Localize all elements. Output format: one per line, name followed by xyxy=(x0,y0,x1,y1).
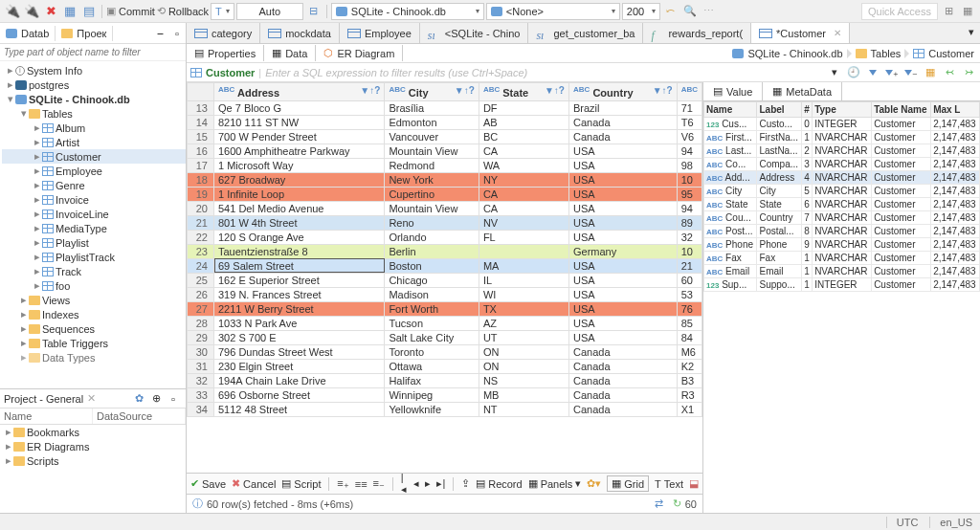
crumb-table[interactable]: Customer xyxy=(928,48,974,59)
tab-mockdata[interactable]: mockdata xyxy=(260,23,340,43)
disconnect-icon[interactable]: ✖ xyxy=(42,3,59,20)
meta-row[interactable]: ABC CityCity5NVARCHARCustomer2,147,483 xyxy=(704,185,980,198)
meta-tab-value[interactable]: ▤Value xyxy=(703,82,763,100)
sql-editor-icon[interactable]: ▦ xyxy=(61,3,78,20)
record-mode-button[interactable]: ▤ Record xyxy=(476,477,522,490)
col-country[interactable]: ABC Country▼↑? xyxy=(568,83,677,101)
tree-item-table[interactable]: ▸foo xyxy=(2,278,186,293)
crumb-tables[interactable]: Tables xyxy=(871,48,902,59)
tree-item-table[interactable]: ▸Track xyxy=(2,264,186,278)
project-item[interactable]: ▸Scripts xyxy=(0,453,186,468)
meta-row[interactable]: ABC Co...Compa...3NVARCHARCustomer2,147,… xyxy=(704,158,980,171)
table-row[interactable]: 29302 S 700 ESalt Lake CityUTUSA84 xyxy=(188,330,702,344)
more-icon[interactable]: ⋯ xyxy=(701,3,718,20)
meta-row[interactable]: 123 Cus...Custo...0INTEGERCustomer2,147,… xyxy=(704,118,980,131)
commit-button[interactable]: ▣Commit xyxy=(106,5,155,17)
grid-view-button[interactable]: ▦ Grid xyxy=(607,475,649,492)
table-row[interactable]: 21801 W 4th StreetRenoNVUSA89 xyxy=(188,215,702,230)
project-item[interactable]: ▸Bookmarks xyxy=(0,425,186,439)
data-grid[interactable]: ABC Address▼↑? ABC City▼↑? ABC State▼↑? … xyxy=(187,82,702,417)
col-city[interactable]: ABC City▼↑? xyxy=(385,83,479,101)
script-button[interactable]: ▤Script xyxy=(281,477,321,490)
meta-col-max[interactable]: Max L xyxy=(931,102,980,118)
tree-item-table[interactable]: ▸PlaylistTrack xyxy=(2,250,186,264)
tab-employee[interactable]: Employee xyxy=(340,23,420,43)
panels-button[interactable]: ▦ Panels ▾ xyxy=(528,477,582,490)
table-row[interactable]: 18627 BroadwayNew YorkNYUSA10 xyxy=(188,172,702,187)
filter-column-icon[interactable]: ▦ xyxy=(923,65,938,80)
filter-history-icon[interactable]: 🕘 xyxy=(846,65,861,80)
text-view-button[interactable]: T Text xyxy=(655,478,683,490)
tab-rewards-report[interactable]: frewards_report( xyxy=(643,23,751,43)
sql-filter-input[interactable]: Enter a SQL expression to filter results… xyxy=(265,67,823,78)
meta-row[interactable]: ABC First...FirstNa...1NVARCHARCustomer2… xyxy=(704,131,980,144)
collapse-icon[interactable]: ▫ xyxy=(165,390,182,408)
gear-icon[interactable]: ✿▾ xyxy=(587,477,601,490)
gear-icon[interactable]: ✿ xyxy=(130,390,147,408)
save-button[interactable]: ✔Save xyxy=(190,477,226,490)
project-item[interactable]: ▸ER Diagrams xyxy=(0,439,186,453)
tree-item-sequences[interactable]: ▸Sequences xyxy=(2,321,186,336)
table-row[interactable]: 26319 N. Frances StreetMadisonWIUSA53 xyxy=(188,287,702,301)
nav-fwd-icon[interactable]: ↣ xyxy=(961,65,976,80)
tree-item-postgres[interactable]: ▸postgres xyxy=(2,77,186,92)
project-col-datasource[interactable]: DataSource xyxy=(93,409,186,424)
navigator-filter-input[interactable] xyxy=(0,44,186,61)
tree-item-views[interactable]: ▸Views xyxy=(2,293,186,307)
subtab-data[interactable]: ▦Data xyxy=(264,45,316,61)
tabs-overflow-icon[interactable]: ▾ xyxy=(963,23,980,40)
next-page-icon[interactable]: ▸ xyxy=(425,477,431,490)
rollback-button[interactable]: ⟲Rollback xyxy=(157,5,209,17)
tree-item-table[interactable]: ▸Playlist xyxy=(2,235,186,250)
table-row[interactable]: 161600 Amphitheatre ParkwayMountain View… xyxy=(188,144,702,158)
table-row[interactable]: 30796 Dundas Street WestTorontoONCanadaM… xyxy=(188,344,702,359)
tab-sqlite-chino[interactable]: sı<SQLite - Chino xyxy=(420,23,529,43)
view-menu-icon[interactable]: ▫ xyxy=(168,25,186,42)
meta-row[interactable]: ABC Add...Address4NVARCHARCustomer2,147,… xyxy=(704,171,980,185)
meta-row[interactable]: ABC Post...Postal...8NVARCHARCustomer2,1… xyxy=(704,225,980,238)
meta-col-type[interactable]: Type xyxy=(813,102,872,118)
tree-item-table[interactable]: ▸Artist xyxy=(2,135,186,149)
meta-row[interactable]: 123 Sup...Suppo...1INTEGERCustomer2,147,… xyxy=(704,278,980,292)
tree-item-table-triggers[interactable]: ▸Table Triggers xyxy=(2,336,186,350)
first-page-icon[interactable]: |◂ xyxy=(401,472,409,496)
tree-item-indexes[interactable]: ▸Indexes xyxy=(2,307,186,321)
tab-customer[interactable]: *Customer✕ xyxy=(751,23,850,43)
table-row[interactable]: 31230 Elgin StreetOttawaONCanadaK2 xyxy=(188,359,702,373)
tx-mode-dropdown[interactable]: T▾ xyxy=(211,3,234,20)
tab-category[interactable]: category xyxy=(187,23,260,43)
del-row-icon[interactable]: ≡₋ xyxy=(373,477,385,490)
filter-apply-icon[interactable]: ▾ xyxy=(827,65,842,80)
rowlimit-field[interactable]: 200▾ xyxy=(622,3,660,20)
table-row[interactable]: 13Qe 7 Bloco GBrasíliaDFBrazil71 xyxy=(188,100,702,115)
table-row[interactable]: 2469 Salem StreetBostonMAUSA21 xyxy=(188,258,702,273)
tree-item-table[interactable]: ▸Employee xyxy=(2,164,186,178)
table-row[interactable]: 281033 N Park AveTucsonAZUSA85 xyxy=(188,316,702,330)
tree-item-table[interactable]: ▸MediaType xyxy=(2,221,186,235)
meta-col-label[interactable]: Label xyxy=(757,102,802,118)
tree-item-chinook[interactable]: ▾SQLite - Chinook.db xyxy=(2,92,186,106)
table-row[interactable]: 15700 W Pender StreetVancouverBCCanadaV6 xyxy=(188,129,702,144)
table-row[interactable]: 22120 S Orange AveOrlandoFLUSA32 xyxy=(188,230,702,244)
meta-tab-metadata[interactable]: ▦MetaData xyxy=(763,82,842,100)
meta-row[interactable]: ABC FaxFax1NVARCHARCustomer2,147,483 xyxy=(704,252,980,265)
table-row[interactable]: 171 Microsoft WayRedmondWAUSA98 xyxy=(188,158,702,172)
meta-row[interactable]: ABC PhonePhone9NVARCHARCustomer2,147,483 xyxy=(704,238,980,252)
meta-row[interactable]: ABC Last...LastNa...2NVARCHARCustomer2,1… xyxy=(704,144,980,158)
tab-database-navigator[interactable]: Datab xyxy=(0,26,56,41)
table-row[interactable]: 148210 111 ST NWEdmontonABCanadaT6 xyxy=(188,115,702,129)
table-row[interactable]: 23Tauentzienstraße 8BerlinGermany10 xyxy=(188,244,702,258)
sql-script-icon[interactable]: ▤ xyxy=(80,3,98,20)
table-row[interactable]: 191 Infinite LoopCupertinoCAUSA95 xyxy=(188,187,702,201)
prev-page-icon[interactable]: ◂ xyxy=(413,477,419,490)
dup-row-icon[interactable]: ≡≡ xyxy=(355,478,368,490)
minimize-icon[interactable]: ‒ xyxy=(151,25,168,42)
tx-icon[interactable]: ⊟ xyxy=(305,3,323,20)
meta-col-table[interactable]: Table Name xyxy=(872,102,931,118)
filter-set2-icon[interactable]: ₋ xyxy=(903,65,919,80)
undo-icon[interactable]: ⤺ xyxy=(662,3,679,20)
search-icon[interactable]: 🔍 xyxy=(681,3,699,20)
plus-icon[interactable]: ⊕ xyxy=(147,390,165,408)
quick-access[interactable]: Quick Access xyxy=(861,3,938,20)
detach-icon[interactable]: ⬓ xyxy=(689,477,699,490)
